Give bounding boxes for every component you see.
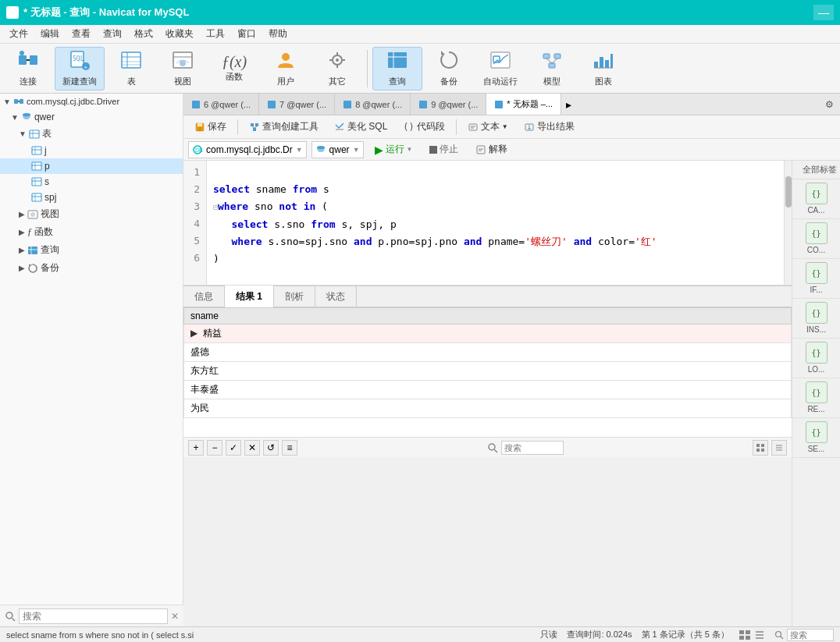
sidebar-item-queries[interactable]: ▶ 查询 (0, 241, 183, 259)
menu-edit[interactable]: 编辑 (34, 26, 66, 42)
tab-3[interactable]: 8 @qwer (... (335, 94, 411, 115)
conn-dropdown-icon: ▼ (296, 146, 303, 154)
snippet-ins[interactable]: {} INS... (792, 299, 840, 339)
sidebar-item-qwer[interactable]: ▼ qwer (0, 109, 183, 125)
grid-view-button[interactable] (753, 440, 768, 456)
sidebar-item-tables-folder[interactable]: ▼ 表 (0, 125, 183, 143)
snippet-se[interactable]: {} SE... (792, 418, 840, 458)
table-row[interactable]: ▶ 精益 (184, 325, 792, 343)
sidebar-item-p[interactable]: p (0, 158, 183, 174)
delete-row-button[interactable]: − (207, 440, 222, 456)
menu-tools[interactable]: 工具 (200, 26, 231, 42)
sidebar-item-backups[interactable]: ▶ 备份 (0, 259, 183, 277)
toolbar-view[interactable]: 视图 (158, 47, 208, 90)
table-row[interactable]: 盛德 (184, 343, 792, 362)
snippet-lo[interactable]: {} LO... (792, 339, 840, 378)
minimize-button[interactable]: — (813, 5, 834, 20)
svg-point-15 (180, 60, 186, 66)
tick-button[interactable]: ✓ (226, 440, 241, 456)
snippet-ca[interactable]: {} CA... (792, 179, 840, 219)
toolbar-new-query[interactable]: SQL+ 新建查询 (55, 47, 105, 90)
tab-5[interactable]: * 无标题 –... (486, 94, 561, 115)
titlebar-controls[interactable]: — (813, 5, 834, 20)
tab-1[interactable]: 6 @qwer (... (183, 94, 259, 115)
menu-file[interactable]: 文件 (3, 26, 34, 42)
cancel-edit-button[interactable]: ✕ (244, 440, 260, 456)
connect-label: 连接 (20, 76, 37, 87)
list-view-button[interactable] (771, 440, 787, 456)
stop-button[interactable]: 停止 (423, 141, 464, 158)
code-segment-icon: () (403, 122, 414, 133)
chart-label: 图表 (595, 76, 612, 87)
menu-view[interactable]: 查看 (66, 26, 97, 42)
export-button[interactable]: 导出结果 (518, 119, 581, 135)
toolbar-autorun[interactable]: 自动运行 (475, 47, 525, 90)
code-content[interactable]: select sname from s ⊟where sno not in ( … (207, 161, 784, 285)
toolbar-user[interactable]: 用户 (261, 47, 311, 90)
tab-settings-icon[interactable]: ⚙ (819, 99, 840, 110)
snippet-co[interactable]: {} CO... (792, 219, 840, 259)
text-button[interactable]: 文本 ▼ (461, 119, 514, 135)
snippet-re[interactable]: {} RE... (792, 378, 840, 418)
add-row-button[interactable]: + (188, 440, 204, 456)
database-icon (21, 112, 32, 122)
res-tab-info[interactable]: 信息 (183, 286, 225, 307)
autorun-icon (489, 49, 511, 74)
query-builder-button[interactable]: 查询创建工具 (243, 119, 325, 135)
toolbar-func[interactable]: ƒ(x) 函数 (209, 47, 259, 90)
editor-scroll-thumb[interactable] (785, 176, 792, 207)
cell-3-1: 东方红 (184, 362, 792, 381)
snippet-lo-label: LO... (808, 365, 825, 374)
snippet-se-label: SE... (808, 445, 825, 454)
sidebar-search-clear[interactable]: ✕ (171, 611, 179, 622)
editor-scrollbar[interactable] (784, 161, 792, 285)
menu-favorites[interactable]: 收藏夹 (159, 26, 200, 42)
snippet-if[interactable]: {} IF... (792, 259, 840, 299)
code-segment-button[interactable]: () 代码段 (397, 119, 450, 135)
tab-4[interactable]: 9 @qwer (... (411, 94, 486, 115)
toolbar-connect[interactable]: 连接 (3, 47, 53, 90)
filter-button[interactable]: ≡ (282, 440, 297, 456)
tab-more-button[interactable]: ▸ (561, 98, 576, 111)
res-tab-result1[interactable]: 结果 1 (225, 286, 274, 307)
svg-rect-29 (543, 54, 550, 59)
run-button[interactable]: ▶ 运行 ▼ (368, 141, 419, 158)
sidebar-search-input[interactable] (19, 608, 168, 624)
refresh-button[interactable]: ↺ (263, 440, 279, 456)
status-list-icon[interactable] (754, 630, 765, 640)
menu-query[interactable]: 查询 (97, 26, 128, 42)
sidebar-item-funcs[interactable]: ▶ ƒ 函数 (0, 223, 183, 241)
res-tab-profile[interactable]: 剖析 (274, 286, 315, 307)
sidebar-item-s[interactable]: s (0, 174, 183, 190)
sidebar-item-views[interactable]: ▶ 视图 (0, 205, 183, 223)
toolbar-model[interactable]: 模型 (527, 47, 577, 90)
table-search-input[interactable] (501, 441, 564, 455)
sidebar-item-driver[interactable]: ▼ com.mysql.cj.jdbc.Driver (0, 94, 183, 109)
toolbar-backup[interactable]: 备份 (424, 47, 474, 90)
beautify-button[interactable]: 美化 SQL (328, 119, 393, 135)
status-grid-icon[interactable] (739, 630, 751, 640)
table-row[interactable]: 丰泰盛 (184, 381, 792, 399)
sidebar-item-spj[interactable]: spj (0, 190, 183, 205)
explain-button[interactable]: 解释 (469, 141, 514, 158)
code-editor[interactable]: 1 2 3 4 5 6 select sname from s ⊟where s… (183, 161, 792, 286)
menu-help[interactable]: 帮助 (262, 26, 294, 42)
res-tab-status[interactable]: 状态 (315, 286, 357, 307)
table-row[interactable]: 东方红 (184, 362, 792, 381)
svg-rect-36 (605, 60, 609, 68)
connection-selector[interactable]: DB com.mysql.cj.jdbc.Dr ▼ (188, 141, 307, 158)
database-selector[interactable]: qwer ▼ (311, 141, 364, 158)
toolbar-query[interactable]: 查询 (372, 47, 422, 90)
table-row[interactable]: 为民 (184, 399, 792, 418)
connection-bar: DB com.mysql.cj.jdbc.Dr ▼ qwer ▼ ▶ 运行 ▼ … (183, 139, 840, 161)
toolbar-chart[interactable]: 图表 (578, 47, 628, 90)
menu-window[interactable]: 窗口 (231, 26, 262, 42)
toolbar-table[interactable]: 表 (106, 47, 156, 90)
statusbar: select sname from s where sno not in ( s… (0, 626, 840, 642)
menu-format[interactable]: 格式 (128, 26, 159, 42)
statusbar-search-input[interactable] (787, 629, 834, 641)
sidebar-item-j[interactable]: j (0, 143, 183, 158)
save-button[interactable]: 保存 (188, 119, 233, 135)
tab-2[interactable]: 7 @qwer (... (259, 94, 335, 115)
toolbar-other[interactable]: 其它 (312, 47, 362, 90)
